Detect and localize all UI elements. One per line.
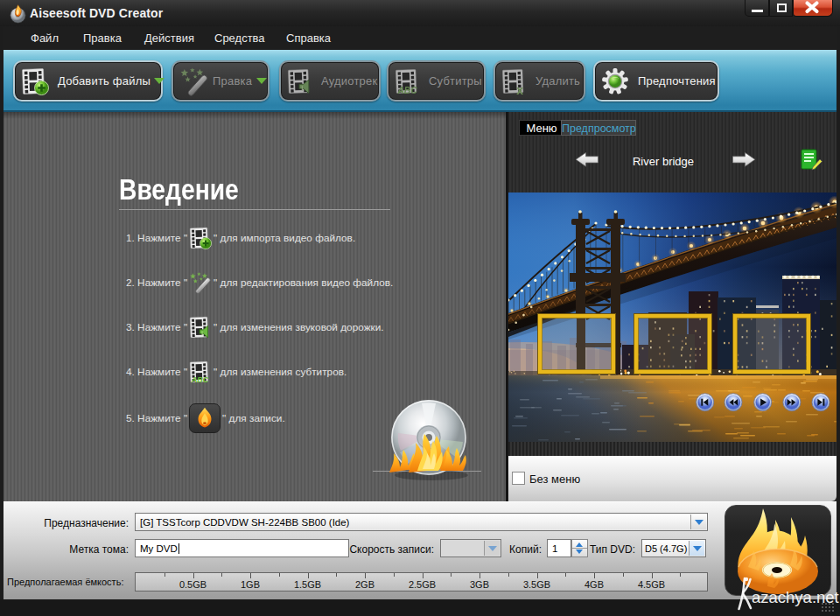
svg-text:x: x bbox=[516, 82, 523, 94]
svg-text:ABC: ABC bbox=[396, 86, 417, 94]
svg-text:ABC: ABC bbox=[191, 375, 209, 383]
svg-text:azachya.net: azachya.net bbox=[752, 588, 839, 606]
